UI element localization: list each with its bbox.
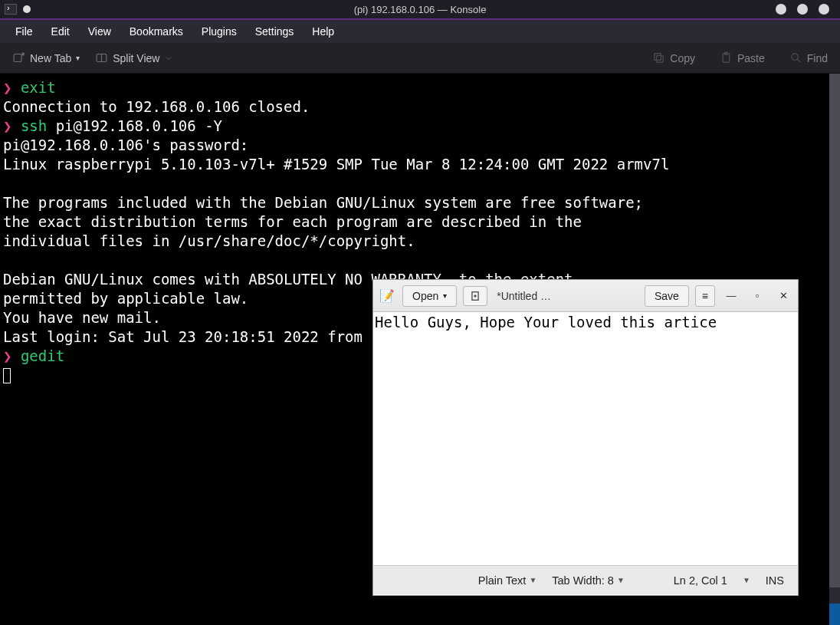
- menu-edit[interactable]: Edit: [42, 22, 79, 41]
- gedit-app-icon: 📝: [378, 287, 396, 305]
- toolbar: New Tab ▾ Split View Copy Paste Find: [0, 43, 840, 74]
- command-text: ssh: [21, 117, 47, 134]
- command-args: pi@192.168.0.106 -Y: [47, 117, 222, 134]
- prompt-symbol: ❯: [3, 347, 11, 364]
- prompt-symbol: ❯: [3, 79, 11, 96]
- gedit-tabwidth-selector[interactable]: Tab Width: 8▼: [546, 574, 631, 587]
- gedit-save-button[interactable]: Save: [645, 285, 689, 307]
- gedit-hamburger-button[interactable]: ≡: [695, 285, 715, 307]
- gedit-window[interactable]: 📝 Open ▾ *Untitled … Save ≡ — ▫ ✕ Hello …: [373, 280, 798, 595]
- svg-line-8: [797, 59, 800, 62]
- svg-point-7: [792, 54, 799, 61]
- gedit-language-selector[interactable]: Plain Text▼: [472, 574, 543, 587]
- copy-icon: [652, 51, 665, 64]
- menu-view[interactable]: View: [79, 22, 120, 41]
- gedit-close-button[interactable]: ✕: [773, 286, 793, 306]
- command-text: gedit: [21, 347, 64, 364]
- minimize-button[interactable]: [776, 4, 786, 15]
- paste-icon: [720, 51, 733, 64]
- tab-add-icon: [12, 51, 25, 64]
- output-line: the exact distribution terms for each pr…: [3, 213, 582, 230]
- gedit-cursor-position: Ln 2, Col 1: [668, 574, 733, 587]
- scrollbar-active-mark: [829, 604, 840, 625]
- menubar: File Edit View Bookmarks Plugins Setting…: [0, 20, 840, 43]
- prompt-symbol: ❯: [3, 117, 11, 134]
- menu-file[interactable]: File: [6, 22, 42, 41]
- output-line: permitted by applicable law.: [3, 290, 248, 307]
- new-document-icon: [470, 291, 481, 301]
- copy-button[interactable]: Copy: [648, 48, 700, 67]
- search-icon: [789, 51, 802, 64]
- gedit-insert-mode[interactable]: INS: [760, 574, 790, 587]
- command-text: exit: [21, 79, 56, 96]
- gedit-title: *Untitled …: [494, 290, 638, 302]
- chevron-down-icon: [164, 54, 173, 63]
- menu-plugins[interactable]: Plugins: [192, 22, 246, 41]
- gedit-open-label: Open: [412, 290, 438, 302]
- find-button[interactable]: Find: [785, 48, 832, 67]
- maximize-button[interactable]: [797, 4, 808, 15]
- titlebar-modified-indicator: [23, 5, 31, 13]
- split-view-icon: [95, 51, 108, 64]
- output-line: The programs included with the Debian GN…: [3, 194, 643, 211]
- titlebar: (pi) 192.168.0.106 — Konsole: [0, 0, 840, 20]
- new-tab-button[interactable]: New Tab ▾: [8, 48, 84, 67]
- output-line: pi@192.168.0.106's password:: [3, 137, 248, 153]
- window-title: (pi) 192.168.0.106 — Konsole: [354, 4, 487, 15]
- output-line: Last login: Sat Jul 23 20:18:51 2022 fro…: [3, 328, 389, 345]
- gedit-statusbar: Plain Text▼ Tab Width: 8▼ Ln 2, Col 1 ▼ …: [373, 565, 798, 594]
- gedit-new-tab-button[interactable]: [463, 286, 487, 306]
- find-label: Find: [807, 52, 828, 64]
- copy-label: Copy: [670, 52, 695, 64]
- gedit-content: Hello Guys, Hope Your loved this artice: [375, 314, 717, 331]
- gedit-maximize-button[interactable]: ▫: [747, 286, 767, 306]
- gedit-open-button[interactable]: Open ▾: [402, 285, 457, 307]
- menu-settings[interactable]: Settings: [246, 22, 304, 41]
- output-line: Linux raspberrypi 5.10.103-v7l+ #1529 SM…: [3, 156, 669, 173]
- menu-help[interactable]: Help: [303, 22, 343, 41]
- output-line: individual files in /usr/share/doc/*/cop…: [3, 232, 415, 249]
- output-line: You have new mail.: [3, 309, 161, 326]
- gedit-minimize-button[interactable]: —: [721, 286, 741, 306]
- chevron-down-icon: ▾: [76, 54, 80, 62]
- close-button[interactable]: [819, 4, 829, 15]
- split-view-label: Split View: [113, 52, 159, 64]
- new-tab-label: New Tab: [30, 52, 71, 64]
- gedit-text-area[interactable]: Hello Guys, Hope Your loved this artice: [373, 312, 798, 565]
- app-icon: [5, 4, 17, 15]
- split-view-button[interactable]: Split View: [90, 48, 178, 67]
- hamburger-icon: ≡: [702, 290, 708, 302]
- output-line: Connection to 192.168.0.106 closed.: [3, 98, 310, 115]
- svg-rect-3: [657, 56, 664, 63]
- terminal-cursor: [3, 368, 11, 383]
- gedit-headerbar[interactable]: 📝 Open ▾ *Untitled … Save ≡ — ▫ ✕: [373, 280, 798, 312]
- chevron-down-icon: ▾: [443, 291, 447, 300]
- svg-rect-4: [655, 54, 661, 61]
- paste-label: Paste: [737, 52, 765, 64]
- scrollbar-thumb[interactable]: [829, 74, 840, 587]
- terminal-scrollbar[interactable]: [829, 74, 840, 625]
- gedit-save-label: Save: [655, 290, 679, 302]
- svg-rect-0: [14, 54, 21, 62]
- gedit-mode-selector[interactable]: ▼: [737, 576, 756, 584]
- menu-bookmarks[interactable]: Bookmarks: [120, 22, 192, 41]
- paste-button[interactable]: Paste: [715, 48, 769, 67]
